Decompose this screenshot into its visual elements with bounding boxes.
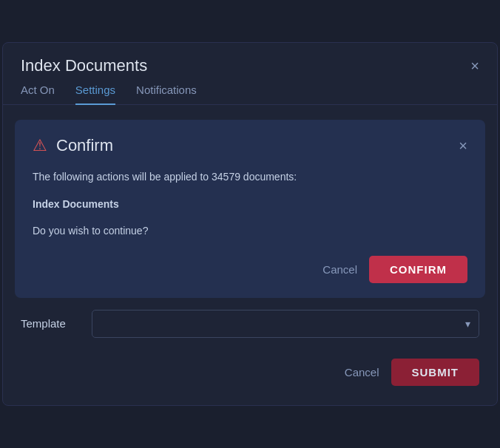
confirm-close-button[interactable]: ×: [459, 138, 467, 155]
settings-section: Template ▾: [15, 298, 485, 353]
tab-act-on[interactable]: Act On: [21, 84, 55, 105]
modal-title: Index Documents: [21, 56, 147, 75]
modal: Index Documents × Act On Settings Notifi…: [2, 42, 498, 405]
confirm-cancel-button[interactable]: Cancel: [322, 263, 357, 276]
tabs: Act On Settings Notifications: [3, 75, 497, 105]
footer-actions: Cancel SUBMIT: [15, 353, 485, 393]
confirm-header: ⚠ Confirm ×: [33, 136, 467, 155]
modal-close-button[interactable]: ×: [470, 58, 479, 73]
confirm-action-name: Index Documents: [33, 196, 467, 212]
confirm-body: The following actions will be applied to…: [33, 169, 467, 239]
confirm-title: Confirm: [56, 136, 113, 155]
confirm-title-row: ⚠ Confirm: [33, 136, 113, 155]
template-label: Template: [21, 317, 80, 330]
confirm-dialog: ⚠ Confirm × The following actions will b…: [15, 120, 485, 297]
tab-settings[interactable]: Settings: [75, 84, 115, 105]
modal-header: Index Documents ×: [3, 43, 497, 75]
submit-button[interactable]: SUBMIT: [391, 359, 480, 386]
confirm-button[interactable]: CONFIRM: [369, 256, 467, 283]
warning-icon: ⚠: [33, 138, 47, 154]
modal-body: ⚠ Confirm × The following actions will b…: [3, 105, 497, 404]
template-row: Template ▾: [21, 310, 479, 338]
tab-notifications[interactable]: Notifications: [136, 84, 197, 105]
template-select-wrapper: ▾: [92, 310, 479, 338]
confirm-body-line1: The following actions will be applied to…: [33, 169, 467, 185]
confirm-actions: Cancel CONFIRM: [33, 256, 467, 283]
template-select[interactable]: [92, 310, 479, 338]
footer-cancel-button[interactable]: Cancel: [345, 366, 379, 379]
confirm-continue-text: Do you wish to continue?: [33, 223, 467, 239]
